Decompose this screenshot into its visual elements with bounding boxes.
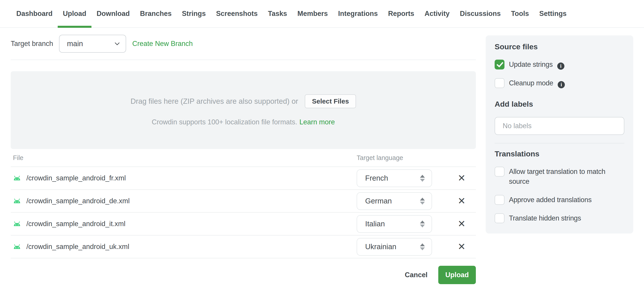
remove-file-button[interactable]: ✕ xyxy=(458,174,466,183)
remove-file-button[interactable]: ✕ xyxy=(458,242,466,251)
translations-heading: Translations xyxy=(495,149,624,158)
language-select-value: French xyxy=(365,174,388,182)
table-row: /crowdin_sample_android_uk.xml Ukrainian… xyxy=(11,235,476,258)
option-update-strings: Update stringsi xyxy=(495,60,624,70)
target-language-select[interactable]: Italian xyxy=(357,215,432,233)
info-icon[interactable]: i xyxy=(557,63,564,70)
branch-select-value: main xyxy=(67,39,83,48)
select-arrows-icon xyxy=(420,220,425,227)
tab-tools[interactable]: Tools xyxy=(506,0,534,27)
create-new-branch-link[interactable]: Create New Branch xyxy=(132,40,193,48)
allow-match-source-checkbox[interactable] xyxy=(495,167,504,177)
tab-strings[interactable]: Strings xyxy=(177,0,211,27)
upload-settings-panel: Source files Update stringsi Cleanup mod… xyxy=(486,35,633,233)
tab-upload[interactable]: Upload xyxy=(58,0,92,27)
target-branch-label: Target branch xyxy=(11,40,53,48)
select-arrows-icon xyxy=(420,175,425,182)
labels-input[interactable] xyxy=(495,117,624,135)
option-translate-hidden: Translate hidden strings xyxy=(495,213,624,223)
language-select-value: Ukrainian xyxy=(365,242,396,251)
learn-more-link[interactable]: Learn more xyxy=(300,118,335,126)
project-tabs-nav: Dashboard Upload Download Branches Strin… xyxy=(0,0,644,28)
tab-tasks[interactable]: Tasks xyxy=(263,0,292,27)
language-column-header: Target language xyxy=(357,154,476,162)
language-select-value: German xyxy=(365,197,392,205)
source-files-heading: Source files xyxy=(495,42,624,51)
remove-file-button[interactable]: ✕ xyxy=(458,219,466,229)
tab-discussions[interactable]: Discussions xyxy=(455,0,506,27)
select-arrows-icon xyxy=(420,198,425,205)
option-label: Update stringsi xyxy=(509,60,564,70)
target-language-select[interactable]: Ukrainian xyxy=(357,238,432,256)
file-dropzone[interactable]: Drag files here (ZIP archives are also s… xyxy=(11,71,476,149)
table-row: /crowdin_sample_android_it.xml Italian ✕ xyxy=(11,213,476,235)
table-header: File Target language xyxy=(11,149,476,167)
option-label: Translate hidden strings xyxy=(509,213,581,223)
dropzone-instruction: Drag files here (ZIP archives are also s… xyxy=(130,97,298,105)
tab-activity[interactable]: Activity xyxy=(420,0,455,27)
chevron-down-icon xyxy=(114,42,120,46)
option-allow-match-source: Allow target translation to match source xyxy=(495,167,624,186)
file-name: /crowdin_sample_android_uk.xml xyxy=(26,243,129,251)
sidebar-divider xyxy=(495,143,624,143)
supported-formats-text: Crowdin supports 100+ localization file … xyxy=(152,118,297,126)
file-name: /crowdin_sample_android_it.xml xyxy=(26,220,126,228)
add-labels-heading: Add labels xyxy=(495,99,624,108)
option-label: Approve added translations xyxy=(509,195,592,205)
branch-select[interactable]: main xyxy=(59,35,126,53)
form-actions: Cancel Upload xyxy=(11,266,476,284)
info-icon[interactable]: i xyxy=(558,81,565,88)
file-column-header: File xyxy=(11,154,357,162)
option-label: Allow target translation to match source xyxy=(509,167,624,186)
tab-reports[interactable]: Reports xyxy=(383,0,419,27)
language-select-value: Italian xyxy=(365,220,385,228)
tab-branches[interactable]: Branches xyxy=(135,0,177,27)
android-file-icon xyxy=(13,221,21,227)
tab-settings[interactable]: Settings xyxy=(534,0,572,27)
android-file-icon xyxy=(13,244,21,249)
remove-file-button[interactable]: ✕ xyxy=(458,196,466,206)
table-row: /crowdin_sample_android_fr.xml French ✕ xyxy=(11,167,476,190)
target-language-select[interactable]: French xyxy=(357,169,432,187)
cancel-button[interactable]: Cancel xyxy=(405,271,428,279)
table-row: /crowdin_sample_android_de.xml German ✕ xyxy=(11,190,476,213)
select-files-button[interactable]: Select Files xyxy=(305,94,356,108)
option-label: Cleanup modei xyxy=(509,78,565,88)
option-cleanup-mode: Cleanup modei xyxy=(495,78,624,88)
file-name: /crowdin_sample_android_de.xml xyxy=(26,197,130,205)
android-file-icon xyxy=(13,176,21,181)
update-strings-checkbox[interactable] xyxy=(495,60,504,69)
upload-main-panel: Target branch main Create New Branch Dra… xyxy=(11,28,476,284)
tab-screenshots[interactable]: Screenshots xyxy=(211,0,263,27)
upload-button[interactable]: Upload xyxy=(438,266,476,284)
option-approve-added: Approve added translations xyxy=(495,195,624,205)
approve-added-checkbox[interactable] xyxy=(495,195,504,205)
select-arrows-icon xyxy=(420,243,425,250)
android-file-icon xyxy=(13,198,21,204)
translate-hidden-checkbox[interactable] xyxy=(495,213,504,223)
tab-download[interactable]: Download xyxy=(92,0,135,27)
file-name: /crowdin_sample_android_fr.xml xyxy=(26,174,126,182)
target-language-select[interactable]: German xyxy=(357,192,432,210)
tab-dashboard[interactable]: Dashboard xyxy=(11,0,58,27)
target-branch-bar: Target branch main Create New Branch xyxy=(11,28,476,60)
tab-integrations[interactable]: Integrations xyxy=(333,0,383,27)
cleanup-mode-checkbox[interactable] xyxy=(495,78,504,88)
uploaded-files-table: File Target language /crowdin_sample_and… xyxy=(11,149,476,258)
tab-members[interactable]: Members xyxy=(292,0,333,27)
